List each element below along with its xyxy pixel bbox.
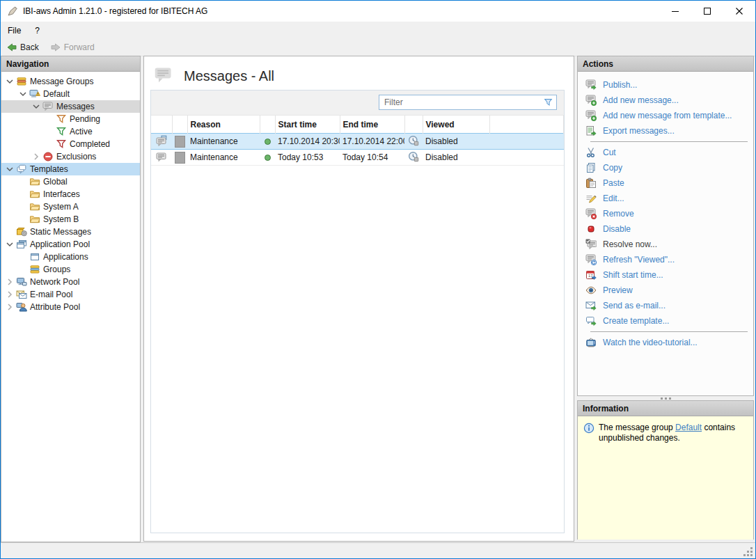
column-header-blank[interactable] xyxy=(260,116,275,134)
column-header-viewed[interactable]: Viewed xyxy=(423,116,489,134)
default-group-link[interactable]: Default xyxy=(675,423,702,432)
tree-item-system-b[interactable]: System B xyxy=(1,213,140,226)
information-text: The message group Default contains unpub… xyxy=(599,423,748,540)
tree-item-label: Templates xyxy=(30,164,71,175)
tree-item-application-pool[interactable]: Application Pool xyxy=(1,238,140,251)
column-header-blank[interactable] xyxy=(151,116,172,134)
tree-item-global[interactable]: Global xyxy=(1,175,140,188)
menu-file[interactable]: File xyxy=(1,23,28,38)
filler-cell xyxy=(489,134,564,150)
chevron-down-icon[interactable] xyxy=(4,239,15,250)
action-copy[interactable]: Copy xyxy=(578,160,753,175)
message-row[interactable]: MaintenanceToday 10:53Today 10:54Disable… xyxy=(151,150,564,166)
message-icon xyxy=(42,101,54,112)
filter-funnel-icon[interactable] xyxy=(542,97,554,108)
column-header-end-time[interactable]: End time xyxy=(340,116,404,134)
action-label: Create template... xyxy=(603,316,669,326)
status-dot-green xyxy=(265,139,271,145)
tree-item-interfaces[interactable]: Interfaces xyxy=(1,188,140,200)
chevron-spacer xyxy=(17,176,29,187)
message-row[interactable]: Maintenance17.10.2014 20:3017.10.2014 22… xyxy=(151,134,564,150)
message-bubble-icon xyxy=(153,65,174,87)
clock-disabled-icon xyxy=(404,150,423,166)
action-refresh-viewed[interactable]: Refresh "Viewed"... xyxy=(578,252,753,267)
action-send-as-e-mail[interactable]: Send as e-mail... xyxy=(578,298,753,313)
tree-item-attribute-pool[interactable]: Attribute Pool xyxy=(1,301,140,313)
tree-item-active[interactable]: Active xyxy=(1,125,140,138)
action-remove[interactable]: Remove xyxy=(578,206,753,221)
app-pool-icon xyxy=(15,239,27,250)
maximize-button[interactable] xyxy=(691,1,723,22)
chevron-spacer xyxy=(44,126,55,137)
tree-item-applications[interactable]: Applications xyxy=(1,251,140,263)
chevron-down-icon[interactable] xyxy=(17,88,29,100)
column-header-blank[interactable] xyxy=(172,116,187,134)
refresh-viewed-icon xyxy=(585,254,597,265)
minimize-button[interactable] xyxy=(659,1,691,22)
action-paste[interactable]: Paste xyxy=(578,175,753,191)
action-edit[interactable]: Edit... xyxy=(578,191,753,206)
table-header-row[interactable]: ReasonStart timeEnd timeViewed xyxy=(151,116,564,134)
chevron-right-icon[interactable] xyxy=(31,151,42,162)
tree-item-groups[interactable]: Groups xyxy=(1,263,140,276)
back-button[interactable]: Back xyxy=(1,40,45,54)
chevron-right-icon[interactable] xyxy=(4,276,15,288)
tree-item-label: Completed xyxy=(70,139,113,150)
tree-item-label: Pending xyxy=(70,113,103,125)
action-shift-start-time[interactable]: 17Shift start time... xyxy=(578,267,753,283)
tree-item-messages[interactable]: Messages xyxy=(1,100,140,113)
tree-item-default[interactable]: Default xyxy=(1,88,140,100)
chevron-right-icon[interactable] xyxy=(4,289,15,300)
forward-button[interactable]: Forward xyxy=(45,40,100,54)
chevron-spacer xyxy=(4,226,15,237)
action-preview[interactable]: Preview xyxy=(578,283,753,298)
action-add-new-message-from-template[interactable]: Add new message from template... xyxy=(578,108,753,123)
remove-icon xyxy=(585,208,597,219)
color-swatch-cell xyxy=(172,150,187,166)
action-watch-the-video-tutorial[interactable]: Watch the video-tutorial... xyxy=(578,335,753,350)
tree-item-message-groups[interactable]: Message Groups xyxy=(1,75,140,88)
column-header-start-time[interactable]: Start time xyxy=(275,116,340,134)
attribute-icon xyxy=(15,301,27,313)
chevron-spacer xyxy=(44,113,55,125)
add-message-icon xyxy=(585,95,597,106)
viewed-cell: Disabled xyxy=(423,134,489,150)
chevron-down-icon[interactable] xyxy=(31,101,42,112)
action-label: Export messages... xyxy=(603,126,675,136)
messages-panel: Messages - All ReasonStart timeEnd timeV… xyxy=(143,56,574,542)
tree-item-system-a[interactable]: System A xyxy=(1,200,140,213)
action-export-messages[interactable]: Export messages... xyxy=(578,123,753,139)
tree-item-templates[interactable]: Templates xyxy=(1,163,140,175)
action-publish[interactable]: Publish... xyxy=(578,77,753,93)
tree-item-label: Groups xyxy=(43,264,73,275)
close-button[interactable] xyxy=(723,1,755,22)
status-cell xyxy=(260,134,275,150)
column-header-blank[interactable] xyxy=(489,116,564,134)
tree-item-completed[interactable]: Completed xyxy=(1,138,140,150)
actions-separator xyxy=(590,331,748,332)
minimize-icon xyxy=(671,7,679,15)
tree-item-e-mail-pool[interactable]: E-mail Pool xyxy=(1,288,140,301)
tree-item-label: E-mail Pool xyxy=(30,289,75,300)
action-resolve-now[interactable]: Resolve now... xyxy=(578,237,753,252)
tree-item-static-messages[interactable]: Static Messages xyxy=(1,226,140,238)
column-header-reason[interactable]: Reason xyxy=(187,116,260,134)
action-cut[interactable]: Cut xyxy=(578,145,753,160)
chevron-down-icon[interactable] xyxy=(4,164,15,175)
resize-grip[interactable] xyxy=(743,547,753,556)
menu-help[interactable]: ? xyxy=(28,23,47,38)
tree-item-exclusions[interactable]: Exclusions xyxy=(1,150,140,163)
chevron-down-icon[interactable] xyxy=(4,76,15,87)
action-add-new-message[interactable]: Add new message... xyxy=(578,93,753,108)
filter-input[interactable] xyxy=(379,97,542,107)
action-create-template[interactable]: Create template... xyxy=(578,313,753,329)
column-header-blank[interactable] xyxy=(404,116,423,134)
action-label: Copy xyxy=(603,163,622,173)
tree-item-network-pool[interactable]: Network Pool xyxy=(1,276,140,288)
tree-item-pending[interactable]: Pending xyxy=(1,113,140,125)
toolbar: Back Forward xyxy=(1,39,755,56)
export-icon xyxy=(585,125,597,136)
action-disable[interactable]: Disable xyxy=(578,221,753,237)
forward-label: Forward xyxy=(64,42,95,52)
chevron-right-icon[interactable] xyxy=(4,301,15,313)
